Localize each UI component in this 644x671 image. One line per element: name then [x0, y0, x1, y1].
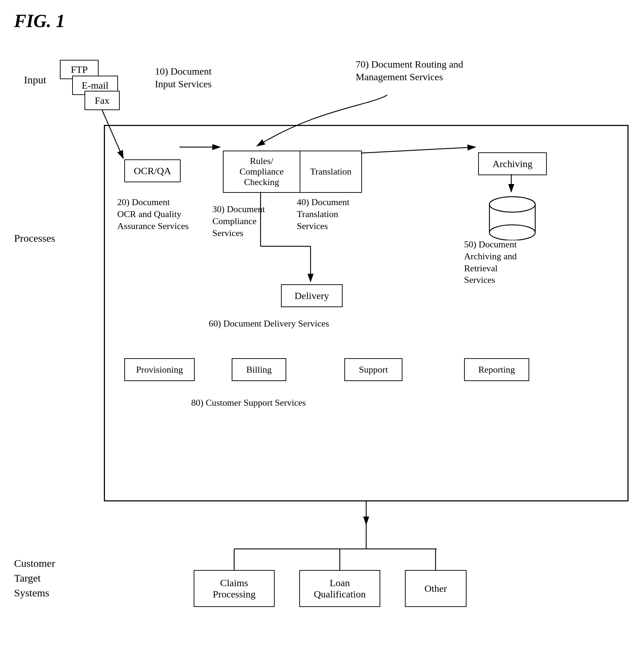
provisioning-box: Provisioning [124, 358, 195, 381]
other-box: Other [405, 570, 467, 607]
reporting-box: Reporting [464, 358, 529, 381]
translation-box: Translation [300, 151, 362, 193]
processes-label: Processes [14, 232, 55, 244]
label-60: 60) Document Delivery Services [209, 318, 329, 330]
archiving-box: Archiving [478, 152, 547, 175]
ocr-qa-box: OCR/QA [124, 159, 181, 182]
fax-box: Fax [85, 91, 120, 110]
doc-input-services-label: 10) Document Input Services [155, 65, 212, 91]
label-50: 50) Document Archiving and Retrieval Ser… [464, 239, 517, 286]
label-20: 20) Document OCR and Quality Assurance S… [117, 196, 189, 232]
loan-qualification-box: Loan Qualification [299, 570, 380, 607]
customer-target-systems-label: Customer Target Systems [14, 556, 55, 600]
svg-point-5 [489, 197, 535, 212]
database-cylinder [487, 195, 538, 240]
processes-outer-box: OCR/QA Rules/ Compliance Checking Transl… [104, 125, 629, 501]
billing-box: Billing [232, 358, 286, 381]
claims-processing-box: Claims Processing [194, 570, 275, 607]
delivery-box: Delivery [281, 284, 343, 307]
support-box: Support [344, 358, 402, 381]
svg-point-4 [489, 225, 535, 240]
doc-routing-label: 70) Document Routing and Management Serv… [356, 58, 463, 84]
label-80: 80) Customer Support Services [191, 397, 306, 409]
label-30: 30) Document Compliance Services [212, 203, 265, 239]
page-title: FIG. 1 [14, 11, 65, 31]
rules-compliance-box: Rules/ Compliance Checking [223, 151, 300, 193]
label-40: 40) Document Translation Services [297, 196, 349, 232]
input-label: Input [24, 74, 46, 86]
